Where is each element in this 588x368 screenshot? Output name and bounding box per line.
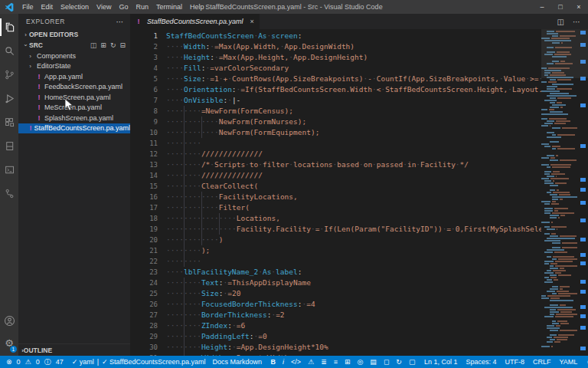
encoding[interactable]: UTF-8 bbox=[505, 358, 524, 366]
new-file-icon[interactable]: ◫ bbox=[90, 41, 97, 49]
lock-icon[interactable]: ◻ bbox=[384, 358, 389, 366]
code-line[interactable]: 27········BorderThickness:·=2 bbox=[130, 310, 541, 320]
code-line[interactable]: 20············) bbox=[130, 235, 541, 245]
code-line[interactable]: 8········=NewForm(FormCensus); bbox=[130, 106, 541, 117]
code-line[interactable]: 11········ bbox=[130, 138, 541, 149]
code-line[interactable]: 4····Fill:·=varColorSecondary bbox=[130, 63, 541, 74]
code-line[interactable]: 19················Facility.Facility·=·If… bbox=[130, 224, 541, 235]
refresh-explorer-icon[interactable]: ↻ bbox=[110, 41, 116, 49]
settings-gear-icon[interactable]: ⚙ 1 bbox=[5, 333, 14, 353]
file-icon[interactable]: ▤ bbox=[370, 358, 377, 366]
code-lines[interactable]: 1StaffBedCountsScreen·As·screen:2····Wid… bbox=[130, 31, 541, 356]
code-line[interactable]: 28········ZIndex:·=6 bbox=[130, 320, 541, 331]
list-ordered-icon[interactable]: ≣ bbox=[321, 358, 327, 366]
menu-edit[interactable]: Edit bbox=[38, 3, 57, 11]
editor-content[interactable]: 1StaffBedCountsScreen·As·screen:2····Wid… bbox=[130, 29, 588, 356]
preview-icon[interactable]: ◎ bbox=[358, 358, 364, 366]
code-line[interactable]: 3····Height:·=Max(App.Height,·App.Design… bbox=[130, 52, 541, 63]
code-line[interactable]: 29········PaddingLeft:·=0 bbox=[130, 331, 541, 342]
close-button[interactable]: × bbox=[570, 0, 588, 14]
code-line[interactable]: 26········FocusedBorderThickness:·=4 bbox=[130, 299, 541, 310]
minimap[interactable] bbox=[541, 31, 577, 356]
source-control-icon[interactable] bbox=[0, 63, 18, 87]
window-icon[interactable]: ▢ bbox=[409, 358, 416, 366]
docs-markdown-status[interactable]: Docs Markdown bbox=[213, 358, 263, 366]
tree-item-components[interactable]: ›Components bbox=[18, 51, 130, 61]
bold-icon[interactable]: B bbox=[271, 358, 276, 366]
code-line[interactable]: 12········////////////// bbox=[130, 149, 541, 159]
menu-file[interactable]: File bbox=[18, 3, 38, 11]
code-line[interactable]: 23····lblFacilityName_2·As·label: bbox=[130, 267, 541, 278]
activity-bar-items bbox=[0, 15, 18, 205]
explorer-icon[interactable] bbox=[0, 15, 18, 39]
code-line[interactable]: 15········ClearCollect( bbox=[130, 181, 541, 192]
tree-item-feedbackscreen-pa-yaml[interactable]: !FeedbackScreen.pa.yaml bbox=[18, 82, 130, 93]
minimize-button[interactable]: – bbox=[533, 0, 551, 14]
menu-terminal[interactable]: Terminal bbox=[152, 3, 186, 11]
code-line[interactable]: 10············NewForm(FormEquipment); bbox=[130, 127, 541, 138]
cursor-position[interactable]: Ln 1, Col 1 bbox=[424, 358, 458, 366]
code-line[interactable]: 7····OnVisible:·|- bbox=[130, 95, 541, 106]
italic-icon[interactable]: i bbox=[283, 358, 284, 366]
yaml-schema-status[interactable]: ✓ yaml | ✓ StaffBedCountsScreen.pa.yaml bbox=[72, 358, 206, 366]
code-line[interactable]: 24········Text:·=ThisAppDisplayName bbox=[130, 278, 541, 288]
pipeline-icon[interactable] bbox=[0, 182, 18, 205]
collapse-folders-icon[interactable]: ⊟ bbox=[119, 41, 126, 49]
tree-item-editorstate[interactable]: ›EditorState bbox=[18, 61, 130, 72]
run-debug-icon[interactable] bbox=[0, 87, 18, 110]
maximize-button[interactable]: □ bbox=[551, 0, 570, 14]
code-line[interactable]: 9············NewForm(FormNurses); bbox=[130, 117, 541, 127]
menu-run[interactable]: Run bbox=[132, 3, 152, 11]
menu-go[interactable]: Go bbox=[115, 3, 132, 11]
alert-icon[interactable]: ⚠ bbox=[308, 358, 314, 366]
code-line[interactable]: 25········Size:·=20 bbox=[130, 288, 541, 299]
code-line[interactable]: 13········/*·Scripts·to·filter·locations… bbox=[130, 159, 541, 170]
code-line[interactable]: 16············FacilityLocations, bbox=[130, 192, 541, 202]
more-actions-icon[interactable]: ⋯ bbox=[573, 18, 580, 26]
new-folder-icon[interactable]: ⊞ bbox=[100, 41, 106, 49]
code-line[interactable]: 1StaffBedCountsScreen·As·screen: bbox=[130, 31, 541, 41]
tree-item-app-pa-yaml[interactable]: !App.pa.yaml bbox=[18, 71, 130, 82]
info-marker bbox=[580, 347, 586, 350]
outline-section[interactable]: › OUTLINE bbox=[18, 343, 130, 356]
code-icon[interactable]: </> bbox=[291, 358, 301, 366]
language-mode[interactable]: YAML bbox=[560, 358, 578, 366]
code-line[interactable]: 30········Height:·=App.DesignHeight*10% bbox=[130, 342, 541, 353]
tree-item-splashscreen-pa-yaml[interactable]: !SplashScreen.pa.yaml bbox=[18, 113, 130, 123]
tree-item-mescreen-pa-yaml[interactable]: !MeScreen.pa.yaml bbox=[18, 103, 130, 113]
code-line[interactable]: 14········////////////// bbox=[130, 170, 541, 181]
split-editor-icon[interactable]: ◫ bbox=[557, 18, 564, 26]
code-line[interactable]: 2····Width:·=Max(App.Width,·App.DesignWi… bbox=[130, 41, 541, 52]
sync-icon[interactable]: ↻ bbox=[396, 358, 402, 366]
code-line[interactable]: 31········Width:·=Parent.Width bbox=[130, 353, 541, 356]
code-line[interactable]: 21········); bbox=[130, 245, 541, 256]
code-line[interactable]: 18················Locations, bbox=[130, 213, 541, 224]
table-icon[interactable]: ⊞ bbox=[345, 358, 351, 366]
search-icon[interactable] bbox=[0, 39, 18, 63]
eol[interactable]: CRLF bbox=[533, 358, 551, 366]
indentation[interactable]: Spaces: 4 bbox=[466, 358, 496, 366]
terminal-icon[interactable] bbox=[0, 158, 18, 182]
tree-item-homescreen-pa-yaml[interactable]: !HomeScreen.pa.yaml bbox=[18, 92, 130, 103]
open-editors-section[interactable]: › OPEN EDITORS bbox=[18, 29, 130, 40]
menu-view[interactable]: View bbox=[93, 3, 115, 11]
code-line[interactable]: 5····Size:·=1·+·CountRows(App.SizeBreakp… bbox=[130, 74, 541, 84]
code-line[interactable]: 22········ bbox=[130, 256, 541, 267]
tab-close-icon[interactable]: × bbox=[250, 18, 254, 25]
notebook-icon[interactable] bbox=[0, 134, 18, 158]
account-icon[interactable] bbox=[0, 309, 18, 333]
menu-help[interactable]: Help bbox=[186, 3, 208, 11]
src-folder-section[interactable]: › SRC ◫⊞↻⊟ bbox=[18, 40, 130, 51]
menu-selection[interactable]: Selection bbox=[57, 3, 93, 11]
info-marker bbox=[580, 144, 586, 148]
tree-item-staffbedcountsscreen-pa-yaml[interactable]: !StaffBedCountsScreen.pa.yaml bbox=[18, 123, 130, 134]
yaml-file-icon: ! bbox=[36, 94, 42, 101]
list-unordered-icon[interactable]: ≡ bbox=[334, 358, 338, 366]
extensions-icon[interactable] bbox=[0, 110, 18, 134]
code-line[interactable]: 17············Filter( bbox=[130, 202, 541, 213]
tab-staffbedcountsscreen[interactable]: ! StaffBedCountsScreen.pa.yaml × bbox=[130, 14, 260, 29]
explorer-more-actions-icon[interactable]: ⋯ bbox=[116, 18, 124, 26]
code-line[interactable]: 6····Orientation:·=If(StaffBedCountsScre… bbox=[130, 84, 541, 95]
minimap-slider[interactable] bbox=[541, 29, 588, 78]
problems-indicator[interactable]: ⊗0 ⚠0 ⓘ47 bbox=[6, 357, 65, 367]
